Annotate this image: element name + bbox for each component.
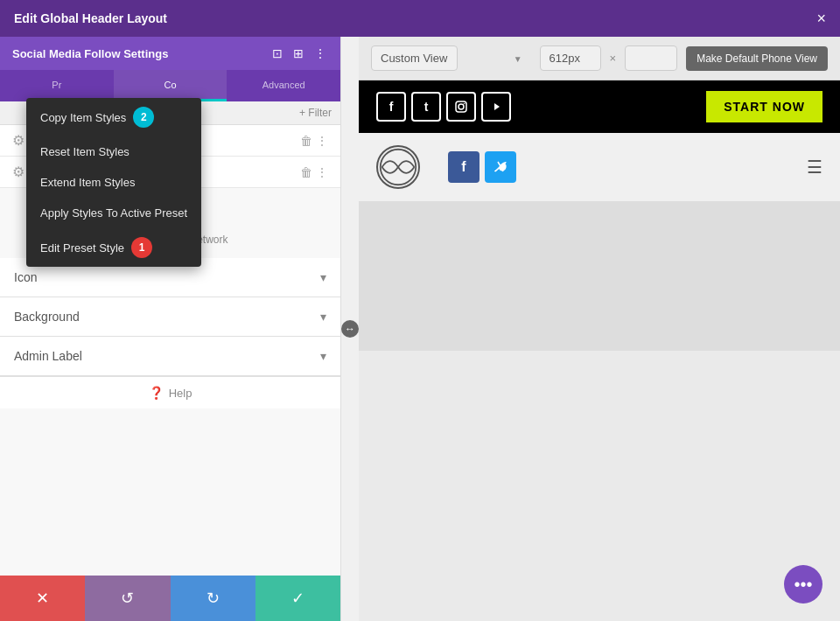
accordion-admin-label: Admin Label ▾ bbox=[0, 337, 340, 376]
dropdown-item-extend[interactable]: Extend Item Styles bbox=[26, 167, 201, 198]
accordion-background-header[interactable]: Background ▾ bbox=[0, 297, 340, 336]
modal-close-button[interactable]: × bbox=[816, 10, 826, 26]
save-button[interactable]: ✓ bbox=[256, 576, 340, 621]
hamburger-menu[interactable]: ☰ bbox=[807, 157, 822, 178]
twitter-menu-btn[interactable]: ⋮ bbox=[316, 165, 328, 179]
view-select[interactable]: Custom View bbox=[371, 45, 458, 71]
view-controls: Custom View 612px × Make Default Phone V… bbox=[359, 37, 840, 80]
extend-item-label: Extend Item Styles bbox=[40, 176, 135, 189]
tab-pr-label: Pr bbox=[52, 80, 61, 90]
preview-youtube-icon bbox=[481, 92, 511, 122]
facebook-delete-btn[interactable]: 🗑 bbox=[300, 134, 312, 148]
facebook-settings-icon[interactable]: ⚙ bbox=[12, 132, 24, 149]
section-header: Social Media Follow Settings ⊡ ⊞ ⋮ bbox=[0, 37, 340, 70]
badge-1: 1 bbox=[131, 237, 152, 258]
icon-btn-grid[interactable]: ⊞ bbox=[291, 45, 305, 62]
height-input[interactable] bbox=[625, 45, 677, 71]
twitter-delete-btn[interactable]: 🗑 bbox=[300, 165, 312, 179]
more-options-button[interactable]: ••• bbox=[784, 565, 822, 604]
accordion-admin-label-chevron: ▾ bbox=[320, 349, 326, 363]
help-label[interactable]: Help bbox=[169, 387, 192, 400]
panel-tabs: Pr Co Advanced bbox=[0, 70, 340, 101]
accordion-background-chevron: ▾ bbox=[320, 310, 326, 324]
facebook-item-actions: 🗑 ⋮ bbox=[300, 134, 328, 148]
header-bar-preview: f t bbox=[359, 80, 840, 133]
icon-btn-expand[interactable]: ⊡ bbox=[270, 45, 284, 62]
help-icon: ❓ bbox=[149, 386, 164, 400]
svg-rect-0 bbox=[456, 101, 466, 112]
undo-button[interactable]: ↺ bbox=[85, 576, 170, 621]
make-default-button[interactable]: Make Default Phone View bbox=[686, 46, 828, 71]
start-now-button[interactable]: START NOW bbox=[706, 91, 822, 122]
redo-button[interactable]: ↻ bbox=[171, 576, 256, 621]
preview-instagram-icon bbox=[446, 92, 476, 122]
preview-area: f t bbox=[359, 80, 840, 351]
mini-facebook-icon: f bbox=[448, 151, 480, 183]
bottom-toolbar: ✕ ↺ ↻ ✓ bbox=[0, 576, 340, 621]
preview-facebook-icon: f bbox=[376, 92, 406, 122]
apply-item-label: Apply Styles To Active Preset bbox=[40, 206, 187, 220]
filter-button[interactable]: + Filter bbox=[299, 107, 332, 119]
copy-item-label: Copy Item Styles bbox=[40, 111, 126, 124]
dropdown-item-copy[interactable]: Copy Item Styles 2 bbox=[26, 98, 201, 136]
accordion-background: Background ▾ bbox=[0, 297, 340, 337]
mini-twitter-icon bbox=[485, 151, 516, 183]
preview-twitter-icon: t bbox=[411, 92, 441, 122]
dropdown-item-apply[interactable]: Apply Styles To Active Preset bbox=[26, 198, 201, 228]
badge-2: 2 bbox=[133, 107, 154, 128]
reset-item-label: Reset Item Styles bbox=[40, 145, 130, 158]
modal-title: Edit Global Header Layout bbox=[14, 11, 167, 25]
tab-content-label: Co bbox=[164, 80, 176, 90]
icon-btn-more[interactable]: ⋮ bbox=[312, 45, 328, 62]
dropdown-item-edit-preset[interactable]: Edit Preset Style 1 bbox=[26, 228, 201, 267]
tab-pr[interactable]: Pr bbox=[0, 70, 114, 101]
dropdown-menu: Copy Item Styles 2 Reset Item Styles Ext… bbox=[26, 98, 201, 267]
right-panel: Custom View 612px × Make Default Phone V… bbox=[359, 37, 840, 621]
accordion-background-title: Background bbox=[14, 310, 80, 324]
accordion-admin-label-title: Admin Label bbox=[14, 349, 82, 363]
header-icons: ⊡ ⊞ ⋮ bbox=[270, 45, 328, 62]
help-row: ❓ Help bbox=[0, 376, 340, 408]
section-title: Social Media Follow Settings bbox=[12, 47, 168, 60]
modal-header: Edit Global Header Layout × bbox=[0, 0, 840, 37]
facebook-menu-btn[interactable]: ⋮ bbox=[316, 134, 328, 148]
width-input[interactable]: 612px bbox=[540, 45, 601, 71]
tab-advanced-label: Advanced bbox=[262, 80, 305, 90]
accordion-admin-label-header[interactable]: Admin Label ▾ bbox=[0, 337, 340, 375]
view-select-wrapper: Custom View bbox=[371, 45, 531, 71]
twitter-item-actions: 🗑 ⋮ bbox=[300, 165, 328, 179]
dropdown-item-reset[interactable]: Reset Item Styles bbox=[26, 136, 201, 167]
drag-handle[interactable]: ↔ bbox=[341, 320, 359, 338]
social-icons-row: f t bbox=[376, 92, 511, 122]
second-row-preview: f ☰ bbox=[359, 133, 840, 201]
svg-point-2 bbox=[464, 103, 466, 105]
accordion-icon-title: Icon bbox=[14, 270, 37, 284]
social-icons-mini: f bbox=[448, 151, 516, 183]
dim-separator: × bbox=[610, 52, 617, 65]
left-panel: Social Media Follow Settings ⊡ ⊞ ⋮ Pr Co bbox=[0, 37, 341, 621]
twitter-settings-icon[interactable]: ⚙ bbox=[12, 164, 24, 180]
edit-preset-label: Edit Preset Style bbox=[40, 241, 124, 255]
tab-content[interactable]: Co bbox=[114, 70, 228, 101]
accordion-icon-chevron: ▾ bbox=[320, 270, 326, 284]
tab-advanced[interactable]: Advanced bbox=[227, 70, 340, 101]
svg-marker-3 bbox=[494, 103, 500, 110]
cancel-button[interactable]: ✕ bbox=[0, 576, 85, 621]
logo-circle bbox=[376, 145, 420, 189]
svg-point-1 bbox=[458, 104, 464, 109]
